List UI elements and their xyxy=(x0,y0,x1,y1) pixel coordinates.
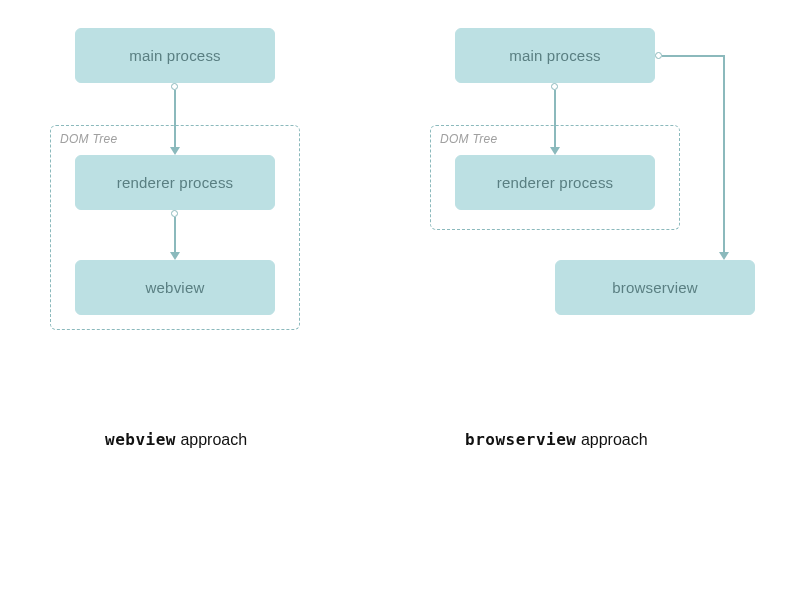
arrow-tail-icon xyxy=(171,210,178,217)
caption-right-rest: approach xyxy=(576,431,647,448)
caption-left: webview approach xyxy=(105,430,247,449)
box-browserview-right: browserview xyxy=(555,260,755,315)
arrow-line xyxy=(662,55,724,57)
caption-left-rest: approach xyxy=(176,431,247,448)
arrow-head-icon xyxy=(550,147,560,155)
caption-left-mono: webview xyxy=(105,430,176,449)
caption-right: browserview approach xyxy=(465,430,648,449)
box-webview-left: webview xyxy=(75,260,275,315)
caption-right-mono: browserview xyxy=(465,430,576,449)
arrow-line xyxy=(723,55,725,253)
box-renderer-process-left: renderer process xyxy=(75,155,275,210)
dom-tree-label-left: DOM Tree xyxy=(60,132,118,146)
box-main-process-right: main process xyxy=(455,28,655,83)
arrow-tail-icon xyxy=(171,83,178,90)
arrow-line xyxy=(554,90,556,148)
dom-tree-label-right: DOM Tree xyxy=(440,132,498,146)
arrow-tail-icon xyxy=(551,83,558,90)
arrow-head-icon xyxy=(170,147,180,155)
arrow-head-icon xyxy=(719,252,729,260)
diagram-canvas: main process DOM Tree renderer process w… xyxy=(0,0,800,600)
arrow-head-icon xyxy=(170,252,180,260)
arrow-line xyxy=(174,90,176,148)
box-renderer-process-right: renderer process xyxy=(455,155,655,210)
box-main-process-left: main process xyxy=(75,28,275,83)
arrow-line xyxy=(174,217,176,253)
arrow-tail-icon xyxy=(655,52,662,59)
